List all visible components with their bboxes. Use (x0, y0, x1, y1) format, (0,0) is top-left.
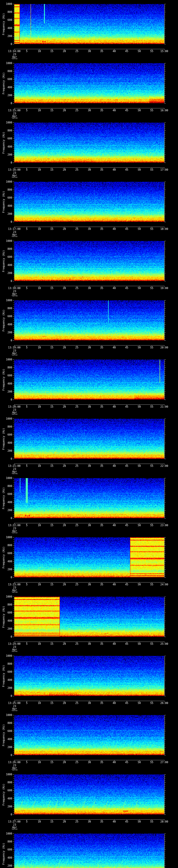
y-tick-label: 600 (4, 789, 12, 792)
frequency-axis-label: Frequency (Hz) (2, 784, 5, 806)
spectrogram-panel-5: Frequency (Hz) 1000800600400200051015202… (0, 237, 178, 296)
x-tick-label: 50 (138, 465, 141, 467)
panel-end-time-label: 16:00 (160, 109, 168, 112)
x-tick-label: 10 (38, 228, 41, 230)
x-tick-label: 30 (88, 524, 91, 527)
x-tick-label: 30 (88, 583, 91, 586)
x-tick-label: 55 (150, 109, 153, 112)
x-tick-label: 35 (100, 406, 103, 408)
y-tick-label: 400 (4, 679, 12, 681)
x-tick-label: 45 (125, 109, 128, 112)
spectrogram-panel-14: Frequency (Hz) 1000800600400200051015202… (0, 770, 178, 830)
y-tick-label: 1000 (4, 536, 12, 539)
x-tick-label: 25 (75, 583, 79, 586)
spectrogram-panel-11: Frequency (Hz) 1000800600400200051015202… (0, 593, 178, 652)
x-tick-label: 45 (125, 228, 128, 230)
x-tick-label: 5 (26, 406, 27, 408)
x-tick-label: 20 (63, 50, 66, 53)
y-tick-label: 400 (4, 264, 12, 267)
y-tick-label: 1000 (4, 714, 12, 716)
y-tick-label: 0 (4, 576, 12, 579)
x-tick-label: 10 (38, 287, 41, 289)
x-tick-label: 55 (150, 228, 153, 230)
panel-end-time-label: 23:00 (160, 524, 168, 527)
frequency-axis-label: Frequency (Hz) (2, 428, 5, 450)
y-tick-label: 200 (4, 805, 12, 808)
x-tick-label: 45 (125, 524, 128, 527)
x-tick-label: 45 (125, 406, 128, 408)
x-tick-label: 15 (50, 820, 53, 823)
frequency-axis-label: Frequency (Hz) (2, 369, 5, 391)
y-tick-label: 200 (4, 568, 12, 571)
y-tick-label: 0 (4, 339, 12, 342)
x-tick-label: 20 (63, 761, 66, 764)
x-tick-label: 35 (100, 524, 103, 527)
x-tick-label: 5 (26, 761, 27, 764)
y-tick-label: 400 (4, 382, 12, 385)
spectrogram-panel-3: Frequency (Hz) 1000800600400200051015202… (0, 119, 178, 178)
x-tick-label: 20 (63, 168, 66, 171)
y-tick-label: 800 (4, 366, 12, 369)
y-tick-label: 800 (4, 70, 12, 72)
frequency-axis-label: Frequency (Hz) (2, 13, 5, 35)
x-tick-label: 25 (75, 465, 79, 467)
x-tick-label: 30 (88, 168, 91, 171)
x-tick-label: 5 (26, 643, 27, 645)
panel-start-time-label: 13:16:00 (8, 168, 21, 171)
x-tick-label: 5 (26, 583, 27, 586)
x-tick-label: 5 (26, 820, 27, 823)
x-tick-label: 50 (138, 820, 141, 823)
y-tick-label: 200 (4, 213, 12, 215)
x-tick-label: 50 (138, 702, 141, 705)
x-tick-label: 30 (88, 465, 91, 467)
y-tick-label: 0 (4, 280, 12, 282)
panel-end-time-label: 26:00 (160, 702, 168, 705)
y-tick-label: 600 (4, 196, 12, 199)
panel-end-time-label: 25:00 (160, 643, 168, 645)
x-tick-label: 35 (100, 465, 103, 467)
panel-end-time-label: 19:00 (160, 287, 168, 289)
panel-end-time-label: 27:00 (160, 761, 168, 764)
x-tick-label: 55 (150, 465, 153, 467)
frequency-axis-label: Frequency (Hz) (2, 724, 5, 746)
x-tick-label: 10 (38, 346, 41, 349)
y-tick-label: 400 (4, 442, 12, 444)
y-tick-label: 0 (4, 43, 12, 45)
x-tick-label: 45 (125, 583, 128, 586)
y-tick-label: 400 (4, 738, 12, 741)
y-tick-label: 0 (4, 517, 12, 520)
x-tick-label: 15 (50, 761, 53, 764)
y-tick-label: 800 (4, 307, 12, 310)
y-tick-label: 200 (4, 94, 12, 97)
x-tick-label: 10 (38, 820, 41, 823)
spectrogram-panel-7: Frequency (Hz) 1000800600400200051015202… (0, 355, 178, 415)
x-tick-label: 30 (88, 287, 91, 289)
y-tick-label: 1000 (4, 655, 12, 657)
x-tick-label: 5 (26, 465, 27, 467)
x-tick-label: 55 (150, 643, 153, 645)
panel-end-time-label: 28:00 (160, 820, 168, 823)
x-tick-label: 55 (150, 346, 153, 349)
panel-start-time-label: 13:14:00 (8, 50, 21, 53)
x-tick-label: 40 (113, 761, 116, 764)
x-tick-label: 25 (75, 228, 79, 230)
x-tick-label: 20 (63, 702, 66, 705)
frequency-axis-label: Frequency (Hz) (2, 665, 5, 687)
frequency-axis-label: Frequency (Hz) (2, 606, 5, 628)
y-tick-label: 400 (4, 560, 12, 563)
x-tick-label: 15 (50, 524, 53, 527)
frequency-axis-label: Frequency (Hz) (2, 72, 5, 94)
x-tick-label: 25 (75, 524, 79, 527)
x-tick-label: 20 (63, 346, 66, 349)
x-tick-label: 50 (138, 168, 141, 171)
x-tick-label: 35 (100, 50, 103, 53)
y-tick-label: 1000 (4, 358, 12, 361)
x-tick-label: 10 (38, 583, 41, 586)
x-tick-label: 40 (113, 287, 116, 289)
y-tick-label: 0 (4, 221, 12, 223)
x-tick-label: 50 (138, 524, 141, 527)
x-tick-label: 10 (38, 168, 41, 171)
x-tick-label: 10 (38, 702, 41, 705)
frequency-axis-label: Frequency (Hz) (2, 191, 5, 213)
y-tick-label: 200 (4, 450, 12, 452)
